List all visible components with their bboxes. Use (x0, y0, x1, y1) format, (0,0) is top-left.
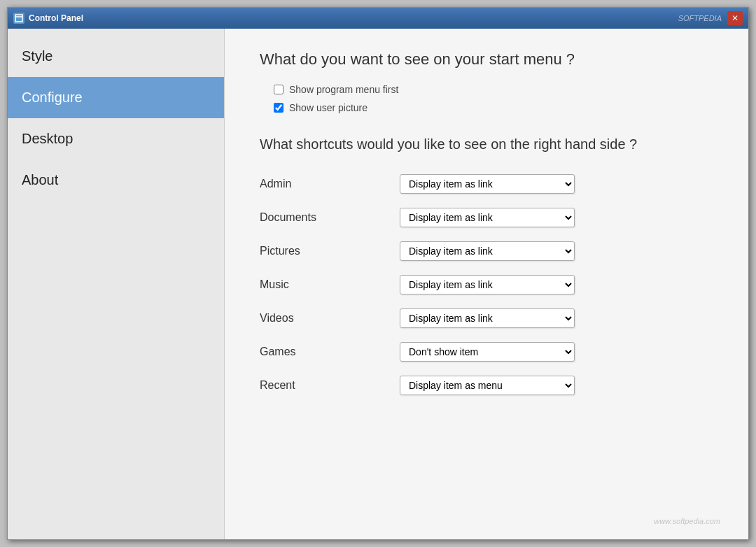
close-button[interactable]: ✕ (727, 11, 743, 25)
show-user-picture-checkbox[interactable] (274, 103, 284, 113)
show-program-menu-label: Show program menu first (289, 84, 398, 95)
checkbox-row-program-menu: Show program menu first (274, 84, 720, 95)
shortcut-row-videos: VideosDisplay item as linkDisplay item a… (260, 306, 720, 331)
sidebar-item-desktop[interactable]: Desktop (8, 118, 224, 159)
shortcut-select-pictures[interactable]: Display item as linkDisplay item as menu… (400, 241, 575, 261)
shortcut-label-music: Music (260, 278, 400, 291)
shortcut-row-music: MusicDisplay item as linkDisplay item as… (260, 272, 720, 297)
sidebar: Style Configure Desktop About (8, 29, 225, 539)
shortcut-row-games: GamesDisplay item as linkDisplay item as… (260, 339, 720, 364)
window-icon (13, 13, 24, 24)
shortcut-row-documents: DocumentsDisplay item as linkDisplay ite… (260, 205, 720, 230)
watermark-text: www.softpedia.com (654, 517, 720, 525)
shortcut-label-recent: Recent (260, 379, 400, 392)
window-body: Style Configure Desktop About What do yo… (8, 29, 748, 539)
show-user-picture-label: Show user picture (289, 102, 368, 113)
shortcut-label-documents: Documents (260, 211, 400, 224)
shortcut-label-videos: Videos (260, 312, 400, 325)
shortcut-label-games: Games (260, 346, 400, 358)
shortcut-row-recent: RecentDisplay item as linkDisplay item a… (260, 373, 720, 398)
shortcut-label-admin: Admin (260, 178, 400, 190)
sidebar-item-about[interactable]: About (8, 159, 224, 201)
sidebar-item-style[interactable]: Style (8, 36, 224, 77)
main-content: What do you want to see on your start me… (225, 29, 748, 539)
shortcut-select-games[interactable]: Display item as linkDisplay item as menu… (400, 342, 575, 362)
window-title: Control Panel (29, 13, 678, 23)
main-question2: What shortcuts would you like to see on … (260, 134, 720, 154)
shortcut-select-music[interactable]: Display item as linkDisplay item as menu… (400, 275, 575, 294)
shortcut-select-recent[interactable]: Display item as linkDisplay item as menu… (400, 376, 575, 395)
shortcut-select-documents[interactable]: Display item as linkDisplay item as menu… (400, 208, 575, 227)
shortcuts-container: AdminDisplay item as linkDisplay item as… (260, 171, 720, 398)
shortcut-label-pictures: Pictures (260, 245, 400, 257)
shortcut-row-admin: AdminDisplay item as linkDisplay item as… (260, 171, 720, 197)
shortcut-select-admin[interactable]: Display item as linkDisplay item as menu… (400, 174, 575, 194)
main-question1: What do you want to see on your start me… (260, 50, 720, 70)
shortcut-select-videos[interactable]: Display item as linkDisplay item as menu… (400, 308, 575, 328)
svg-rect-0 (15, 15, 22, 22)
sidebar-item-configure[interactable]: Configure (8, 77, 224, 118)
checkbox-group: Show program menu first Show user pictur… (260, 84, 720, 113)
checkbox-row-user-picture: Show user picture (274, 102, 720, 113)
shortcut-row-pictures: PicturesDisplay item as linkDisplay item… (260, 239, 720, 264)
title-watermark: SOFTPEDIA (678, 14, 722, 22)
control-panel-window: Control Panel SOFTPEDIA ✕ Style Configur… (7, 7, 749, 540)
show-program-menu-checkbox[interactable] (274, 85, 284, 94)
title-bar: Control Panel SOFTPEDIA ✕ (8, 8, 748, 29)
